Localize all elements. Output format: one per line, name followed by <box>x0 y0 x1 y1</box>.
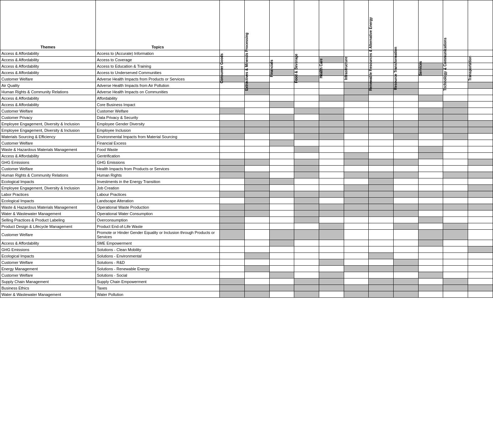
theme-cell: Access & Affordability <box>0 95 96 101</box>
table-row: Materials Sourcing & EfficiencyEnvironme… <box>0 134 493 140</box>
data-cell <box>344 217 369 223</box>
table-row: Access & AffordabilitySME Empowerment <box>0 240 493 246</box>
data-cell <box>468 253 493 259</box>
data-cell <box>344 172 369 178</box>
data-cell <box>220 217 245 223</box>
data-cell <box>319 198 344 204</box>
data-cell <box>369 210 394 217</box>
data-cell <box>294 266 319 272</box>
table-row: Access & AffordabilityCore Business Impa… <box>0 101 493 108</box>
topic-cell: Affordability <box>96 95 220 101</box>
data-cell <box>269 217 294 223</box>
col-health-care: Health Care <box>319 0 344 50</box>
data-cell <box>269 101 294 108</box>
data-cell <box>418 266 443 272</box>
data-cell <box>319 266 344 272</box>
data-cell <box>394 217 419 223</box>
data-cell <box>294 108 319 114</box>
table-row: Customer PrivacyData Privacy & Security <box>0 114 493 121</box>
data-cell <box>394 191 419 198</box>
data-cell <box>344 140 369 146</box>
data-cell <box>344 204 369 210</box>
data-cell <box>294 178 319 185</box>
theme-cell: Access & Affordability <box>0 63 96 69</box>
topic-cell: GHG Emissions <box>96 159 220 166</box>
data-cell <box>294 146 319 153</box>
data-cell <box>394 166 419 172</box>
theme-cell: Access & Affordability <box>0 240 96 246</box>
data-cell <box>269 210 294 217</box>
data-cell <box>294 253 319 259</box>
topic-cell: Core Business Impact <box>96 101 220 108</box>
data-cell <box>468 291 493 298</box>
col-extractives: Extractives & Minerals Processing <box>245 0 270 50</box>
data-cell <box>319 278 344 285</box>
topics-header: Topics <box>96 0 220 50</box>
data-cell <box>220 127 245 134</box>
col-infrastructure: Infrastructure <box>344 0 369 50</box>
data-cell <box>220 266 245 272</box>
data-cell <box>294 114 319 121</box>
topic-cell: Access to Education & Training <box>96 63 220 69</box>
data-cell <box>344 278 369 285</box>
topic-cell: Gentrification <box>96 153 220 159</box>
data-cell <box>344 230 369 240</box>
data-cell <box>443 178 468 185</box>
data-cell <box>220 230 245 240</box>
data-cell <box>294 198 319 204</box>
theme-cell: Air Quality <box>0 82 96 89</box>
data-cell <box>245 101 270 108</box>
theme-cell: Ecological Impacts <box>0 178 96 185</box>
data-cell <box>418 198 443 204</box>
data-cell <box>220 121 245 127</box>
data-cell <box>369 127 394 134</box>
topic-cell: Promote or Hinder Gender Equality or Inc… <box>96 230 220 240</box>
data-cell <box>269 185 294 191</box>
data-cell <box>443 259 468 266</box>
theme-cell: Customer Welfare <box>0 259 96 266</box>
data-cell <box>294 285 319 291</box>
data-cell <box>294 204 319 210</box>
data-cell <box>245 240 270 246</box>
data-cell <box>245 153 270 159</box>
data-cell <box>319 217 344 223</box>
data-cell <box>394 185 419 191</box>
data-cell <box>369 217 394 223</box>
data-cell <box>245 210 270 217</box>
topic-cell: Solutions - Renewable Energy <box>96 266 220 272</box>
data-cell <box>468 101 493 108</box>
data-cell <box>344 198 369 204</box>
data-cell <box>443 172 468 178</box>
data-cell <box>468 127 493 134</box>
data-cell <box>418 291 443 298</box>
data-cell <box>418 240 443 246</box>
data-cell <box>319 253 344 259</box>
data-cell <box>369 185 394 191</box>
data-cell <box>394 127 419 134</box>
data-cell <box>394 285 419 291</box>
data-cell <box>245 217 270 223</box>
data-cell <box>344 291 369 298</box>
data-cell <box>319 210 344 217</box>
theme-cell: Employee Engagement, Diversity & Inclusi… <box>0 127 96 134</box>
data-cell <box>245 114 270 121</box>
data-cell <box>269 240 294 246</box>
data-cell <box>443 223 468 230</box>
data-cell <box>220 246 245 253</box>
data-cell <box>344 146 369 153</box>
theme-cell: Labor Practices <box>0 191 96 198</box>
data-cell <box>394 108 419 114</box>
data-cell <box>443 230 468 240</box>
topic-cell: Adverse Health Impacts from Air Pollutio… <box>96 82 220 89</box>
data-cell <box>418 114 443 121</box>
data-cell <box>319 272 344 278</box>
topic-cell: Employee Inclusion <box>96 127 220 134</box>
data-cell <box>269 246 294 253</box>
data-cell <box>418 127 443 134</box>
data-cell <box>269 285 294 291</box>
table-row: Access & AffordabilityGentrification <box>0 153 493 159</box>
data-cell <box>319 240 344 246</box>
data-cell <box>369 223 394 230</box>
data-cell <box>369 153 394 159</box>
data-cell <box>319 178 344 185</box>
